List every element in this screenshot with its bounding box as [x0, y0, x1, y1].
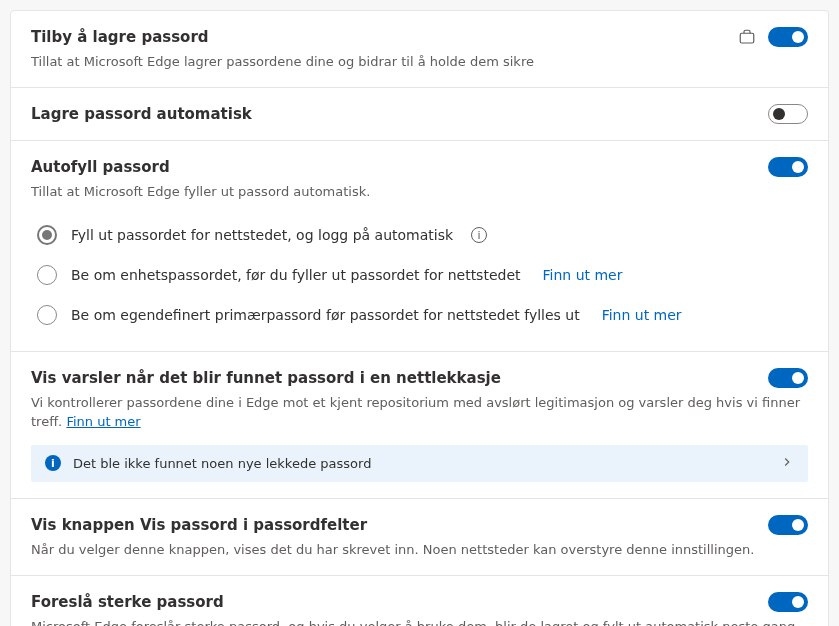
radio-label: Be om egendefinert primærpassord før pas…	[71, 307, 580, 323]
suggest-strong-desc: Microsoft Edge foreslår sterke passord, …	[31, 618, 808, 626]
reveal-button-title: Vis knappen Vis passord i passordfelter	[31, 516, 367, 534]
reveal-button-toggle[interactable]	[768, 515, 808, 535]
leak-alerts-desc-text: Vi kontrollerer passordene dine i Edge m…	[31, 395, 800, 428]
leak-banner-text: Det ble ikke funnet noen nye lekkede pas…	[73, 456, 768, 471]
chevron-right-icon	[780, 455, 794, 472]
section-offer-save: Tilby å lagre passord Tillat at Microsof…	[11, 11, 828, 88]
radio-label: Be om enhetspassordet, før du fyller ut …	[71, 267, 521, 283]
autofill-toggle[interactable]	[768, 157, 808, 177]
reveal-button-desc: Når du velger denne knappen, vises det d…	[31, 541, 808, 559]
section-reveal-button: Vis knappen Vis passord i passordfelter …	[11, 499, 828, 576]
radio-icon[interactable]	[37, 305, 57, 325]
leak-alerts-title: Vis varsler når det blir funnet passord …	[31, 369, 501, 387]
auto-save-title: Lagre passord automatisk	[31, 105, 252, 123]
offer-save-toggle[interactable]	[768, 27, 808, 47]
leak-alerts-toggle[interactable]	[768, 368, 808, 388]
autofill-option-device-password[interactable]: Be om enhetspassordet, før du fyller ut …	[31, 255, 808, 295]
section-suggest-strong: Foreslå sterke passord Microsoft Edge fo…	[11, 576, 828, 626]
info-icon[interactable]: i	[471, 227, 487, 243]
radio-icon[interactable]	[37, 225, 57, 245]
autofill-radio-group: Fyll ut passordet for nettstedet, og log…	[31, 215, 808, 335]
leak-info-banner[interactable]: i Det ble ikke funnet noen nye lekkede p…	[31, 445, 808, 482]
section-leak-alerts: Vis varsler når det blir funnet passord …	[11, 352, 828, 498]
suggest-strong-toggle[interactable]	[768, 592, 808, 612]
autofill-desc: Tillat at Microsoft Edge fyller ut passo…	[31, 183, 808, 201]
offer-save-desc: Tillat at Microsoft Edge lagrer passorde…	[31, 53, 808, 71]
autofill-title: Autofyll passord	[31, 158, 170, 176]
section-autofill: Autofyll passord Tillat at Microsoft Edg…	[11, 141, 828, 352]
radio-label: Fyll ut passordet for nettstedet, og log…	[71, 227, 453, 243]
svg-rect-0	[740, 33, 754, 43]
learn-more-link[interactable]: Finn ut mer	[66, 414, 140, 429]
info-icon: i	[45, 455, 61, 471]
learn-more-link[interactable]: Finn ut mer	[543, 267, 623, 283]
suggest-strong-title: Foreslå sterke passord	[31, 593, 224, 611]
leak-alerts-desc: Vi kontrollerer passordene dine i Edge m…	[31, 394, 808, 430]
section-auto-save: Lagre passord automatisk	[11, 88, 828, 141]
autofill-option-primary-password[interactable]: Be om egendefinert primærpassord før pas…	[31, 295, 808, 335]
password-settings-card: Tilby å lagre passord Tillat at Microsof…	[10, 10, 829, 626]
auto-save-toggle[interactable]	[768, 104, 808, 124]
offer-save-title: Tilby å lagre passord	[31, 28, 209, 46]
learn-more-link[interactable]: Finn ut mer	[602, 307, 682, 323]
radio-icon[interactable]	[37, 265, 57, 285]
autofill-option-auto-signin[interactable]: Fyll ut passordet for nettstedet, og log…	[31, 215, 808, 255]
briefcase-icon	[738, 28, 756, 46]
